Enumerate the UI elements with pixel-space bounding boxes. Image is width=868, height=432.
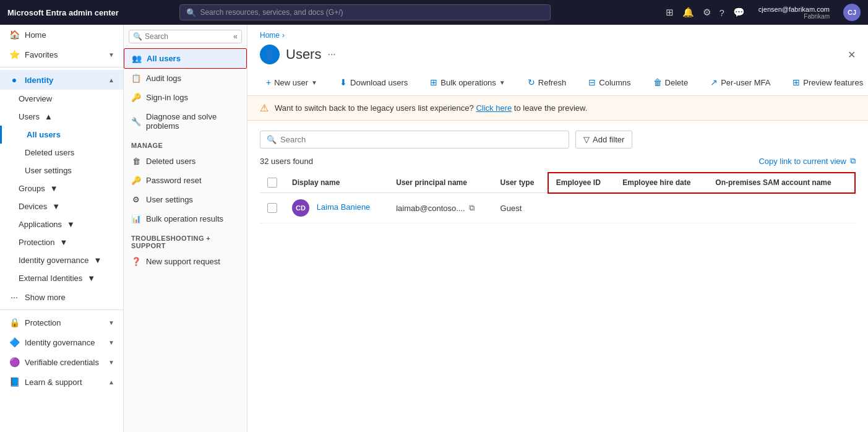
refresh-button[interactable]: ↻ Refresh [522, 74, 573, 90]
add-filter-button[interactable]: ▽ Add filter [575, 131, 632, 149]
sidebar-item-identity-governance-bottom[interactable]: 🔷 Identity governance ▼ [0, 332, 123, 352]
sidebar-item-identity[interactable]: ● Identity ▲ [0, 70, 123, 90]
chevron-up-icon: ▲ [108, 77, 114, 84]
close-button[interactable]: ✕ [848, 49, 856, 61]
notification-icon[interactable]: 🔔 [682, 7, 694, 18]
copy-link-label: Copy link to current view [758, 157, 846, 166]
help-icon[interactable]: ? [720, 7, 724, 18]
user-search-box[interactable]: 🔍 [260, 131, 569, 149]
employee-hire-date-cell [615, 193, 708, 223]
delete-icon: 🗑 [653, 77, 662, 87]
user-info: cjensen@fabrikam.com Fabrikam [758, 6, 830, 20]
favorites-icon: ⭐ [9, 50, 20, 59]
new-user-button[interactable]: + New user ▼ [260, 74, 324, 90]
sub-sidebar-item-user-settings[interactable]: ⚙ User settings [124, 190, 247, 209]
feedback-icon[interactable]: 💬 [733, 7, 745, 18]
sidebar-item-external-identities[interactable]: External Identities ▼ [0, 269, 123, 287]
col-display-name[interactable]: Display name [285, 173, 389, 193]
preview-features-label: Preview features [803, 78, 863, 87]
sidebar-item-identity-governance[interactable]: Identity governance ▼ [0, 251, 123, 269]
per-user-mfa-button[interactable]: ↗ Per-user MFA [704, 74, 776, 90]
sub-sidebar-item-bulk-operation-results[interactable]: 📊 Bulk operation results [124, 209, 247, 228]
left-sidebar: 🏠 Home ⭐ Favorites ▼ ● Identity ▲ Overvi… [0, 25, 124, 432]
main-content: Home › 👤 Users ··· ✕ + New user ▼ ⬇ Down… [247, 25, 868, 432]
preview-features-button[interactable]: ⊞ Preview features [786, 74, 868, 90]
sidebar-item-protection-bottom[interactable]: 🔒 Protection ▼ [0, 313, 123, 332]
sub-sidebar-search-box[interactable]: 🔍 « [129, 30, 242, 43]
display-name-cell: CD Laima Baniene [285, 193, 389, 223]
sub-sidebar-item-all-users[interactable]: 👥 All users [124, 48, 247, 69]
password-reset-icon: 🔑 [131, 176, 141, 185]
columns-button[interactable]: ⊟ Columns [582, 74, 637, 90]
sidebar-item-protection[interactable]: Protection ▼ [0, 233, 123, 251]
toolbar: + New user ▼ ⬇ Download users ⊞ Bulk ope… [247, 69, 868, 96]
col-on-premises-sam[interactable]: On-premises SAM account name [708, 173, 855, 193]
topbar: Microsoft Entra admin center 🔍 ⊞ 🔔 ⚙ ? 💬… [0, 0, 868, 25]
sub-sidebar-label-audit-logs: Audit logs [146, 74, 181, 83]
copy-icon: ⧉ [850, 156, 856, 166]
col-employee-id[interactable]: Employee ID [548, 173, 616, 193]
row-checkbox[interactable] [267, 203, 277, 213]
banner-link[interactable]: Click here [476, 103, 512, 113]
sidebar-item-users[interactable]: Users ▲ [0, 108, 123, 126]
sub-sidebar-item-sign-in-logs[interactable]: 🔑 Sign-in logs [124, 88, 247, 107]
sub-sidebar-item-diagnose[interactable]: 🔧 Diagnose and solve problems [124, 107, 247, 136]
row-checkbox-cell[interactable] [260, 193, 285, 223]
sidebar-item-verifiable-credentials[interactable]: 🟣 Verifiable credentials ▼ [0, 352, 123, 372]
user-display-name-link[interactable]: Laima Baniene [317, 202, 371, 212]
sidebar-item-all-users[interactable]: All users [0, 126, 123, 144]
sub-sidebar-item-new-support-request[interactable]: ❓ New support request [124, 252, 247, 271]
sub-sidebar-item-audit-logs[interactable]: 📋 Audit logs [124, 69, 247, 88]
avatar[interactable]: CJ [843, 4, 861, 21]
user-search-input[interactable] [280, 135, 562, 144]
collapse-icon[interactable]: « [233, 32, 238, 41]
chevron-down-icon: ▼ [50, 184, 58, 193]
global-search-box[interactable]: 🔍 [179, 4, 551, 20]
sidebar-item-devices[interactable]: Devices ▼ [0, 197, 123, 215]
sidebar-item-home[interactable]: 🏠 Home [0, 25, 123, 45]
sub-sidebar-label-deleted-users: Deleted users [146, 157, 196, 166]
chevron-down-icon: ▼ [60, 238, 68, 247]
col-employee-hire-date[interactable]: Employee hire date [615, 173, 708, 193]
breadcrumb-home[interactable]: Home [260, 31, 280, 40]
col-upn[interactable]: User principal name [389, 173, 492, 193]
chevron-down-icon: ▼ [52, 202, 60, 211]
portal-icon[interactable]: ⊞ [666, 7, 674, 18]
sidebar-item-user-settings[interactable]: User settings [0, 162, 123, 179]
delete-button[interactable]: 🗑 Delete [647, 74, 695, 90]
sidebar-item-overview[interactable]: Overview [0, 90, 123, 108]
per-user-mfa-label: Per-user MFA [721, 78, 770, 87]
page-title: Users [286, 46, 321, 63]
sidebar-item-favorites[interactable]: ⭐ Favorites ▼ [0, 45, 123, 64]
global-search-input[interactable] [200, 8, 544, 17]
breadcrumb-separator: › [282, 31, 285, 40]
col-user-type[interactable]: User type [493, 173, 548, 193]
settings-icon[interactable]: ⚙ [703, 7, 711, 18]
copy-link-button[interactable]: Copy link to current view ⧉ [758, 156, 856, 166]
deleted-users-icon: 🗑 [131, 157, 141, 166]
sign-in-icon: 🔑 [131, 93, 141, 102]
select-all-checkbox-cell[interactable] [260, 173, 285, 193]
more-options-button[interactable]: ··· [327, 49, 335, 60]
download-users-button[interactable]: ⬇ Download users [333, 74, 414, 90]
sidebar-item-learn-support[interactable]: 📘 Learn & support ▲ [0, 372, 123, 392]
sub-sidebar-label-user-settings: User settings [146, 195, 193, 204]
copy-upn-button[interactable]: ⧉ [469, 203, 475, 213]
users-table: Display name User principal name User ty… [260, 172, 856, 223]
sidebar-item-applications[interactable]: Applications ▼ [0, 215, 123, 233]
chevron-down-icon: ▼ [108, 51, 114, 58]
sub-sidebar-item-password-reset[interactable]: 🔑 Password reset [124, 171, 247, 190]
employee-id-cell [548, 193, 616, 223]
sub-sidebar-search-input[interactable] [145, 32, 231, 41]
mfa-icon: ↗ [710, 77, 718, 87]
sidebar-label-external-identities: External Identities [19, 274, 82, 283]
sidebar-item-groups[interactable]: Groups ▼ [0, 179, 123, 197]
upn-value: laimab@contoso.... [396, 204, 465, 213]
manage-section-label: Manage [124, 136, 247, 152]
verifiable-credentials-icon: 🟣 [9, 357, 20, 367]
sub-sidebar-item-deleted-users[interactable]: 🗑 Deleted users [124, 152, 247, 171]
sidebar-item-deleted-users[interactable]: Deleted users [0, 144, 123, 162]
sidebar-item-show-more[interactable]: ··· Show more [0, 287, 123, 307]
bulk-operations-button[interactable]: ⊞ Bulk operations ▼ [424, 74, 512, 90]
select-all-checkbox[interactable] [267, 178, 277, 188]
